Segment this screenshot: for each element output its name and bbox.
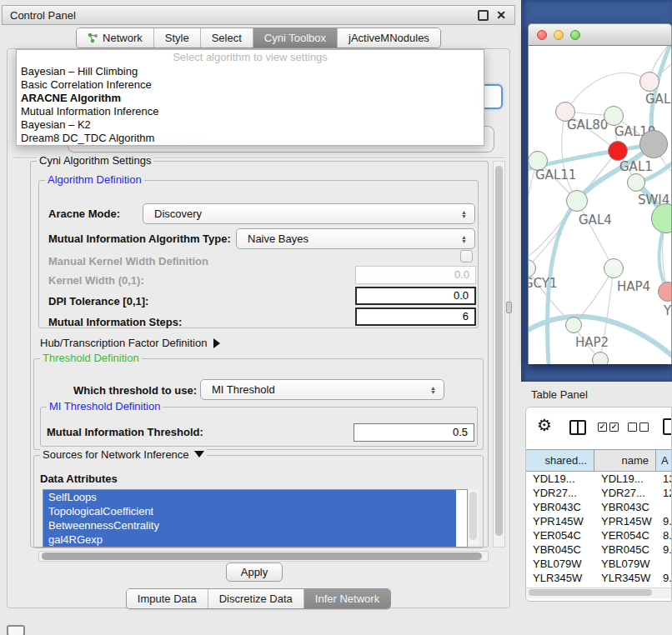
network-node-gal1[interactable] — [608, 141, 628, 161]
close-window-icon[interactable] — [537, 30, 547, 40]
which-threshold-label: Which threshold to use: — [73, 384, 197, 398]
expand-right-icon — [213, 338, 220, 348]
algorithm-option[interactable]: Dream8 DC_TDC Algorithm — [17, 132, 484, 145]
dpi-tolerance-label: DPI Tolerance [0,1]: — [48, 295, 148, 308]
table-panel: ⚙ ✓✓ shared... name A YDL19...YDL19...13… — [525, 407, 672, 602]
deselect-all-columns-icon[interactable] — [628, 422, 649, 432]
table-cell: YBR045C — [594, 542, 656, 557]
stepper-arrows-icon: ▲▼ — [461, 235, 467, 243]
dpi-tolerance-field[interactable]: 0.0 — [355, 287, 476, 305]
network-node[interactable] — [639, 130, 668, 158]
table-cell: YBR043C — [526, 500, 594, 514]
mi-steps-field[interactable]: 6 — [355, 308, 476, 326]
scrollbar-thumb[interactable] — [529, 589, 652, 596]
network-node-hap4[interactable] — [604, 258, 624, 278]
table-row[interactable]: YDL19...YDL19...13 — [526, 472, 672, 486]
table-cell: YDL19... — [526, 472, 594, 486]
attribute-item[interactable]: TopologicalCoefficient — [43, 504, 456, 518]
table-cell: YBR043C — [594, 500, 656, 514]
aracne-mode-combo[interactable]: Discovery ▲▼ — [143, 203, 475, 224]
scrollbar-thumb[interactable] — [42, 552, 482, 560]
sources-group: Sources for Network Inference Data Attri… — [33, 455, 484, 548]
network-node[interactable] — [592, 352, 609, 364]
algorithm-option[interactable]: Basic Correlation Inference — [17, 78, 484, 92]
network-window-titlebar[interactable] — [528, 23, 672, 46]
scrollbar-thumb[interactable] — [495, 166, 503, 536]
algorithm-option-selected[interactable]: ARACNE Algorithm — [17, 92, 484, 105]
attribute-item[interactable]: SelfLoops — [43, 490, 456, 504]
tab-jactivemnodules[interactable]: jActiveMNodules — [338, 28, 440, 48]
cyni-algorithm-settings-group: Cyni Algorithm Settings Algorithm Defini… — [30, 161, 489, 548]
table-cell: YBL079W — [526, 557, 594, 571]
table-cell: YBL079W — [594, 557, 656, 571]
which-threshold-combo[interactable]: MI Threshold ▲▼ — [200, 379, 444, 400]
manual-kernel-checkbox[interactable] — [460, 250, 473, 262]
mi-threshold-field[interactable]: 0.5 — [354, 423, 474, 442]
attributes-list-scrollbar[interactable] — [469, 490, 479, 545]
select-all-columns-icon[interactable]: ✓✓ — [598, 422, 619, 432]
sources-group-toggle[interactable]: Sources for Network Inference — [40, 448, 207, 462]
network-node-gal4[interactable] — [566, 190, 588, 212]
zoom-window-icon[interactable] — [570, 30, 580, 40]
float-panel-icon[interactable] — [478, 10, 489, 21]
table-cell: YPR145W — [526, 514, 594, 528]
data-attributes-list: SelfLoopsTopologicalCoefficientBetweenne… — [43, 489, 468, 548]
table-cell: YER054C — [526, 528, 594, 542]
table-cell: YDR27... — [526, 486, 594, 500]
document-icon[interactable] — [663, 418, 672, 435]
tab-infer-network[interactable]: Infer Network — [304, 589, 390, 608]
column-header-shared-name[interactable]: shared... — [526, 450, 594, 471]
algorithm-option[interactable]: Bayesian – Hill Climbing — [17, 65, 484, 78]
hub-definition-toggle[interactable]: Hub/Transcription Factor Definition — [40, 337, 220, 350]
close-panel-icon[interactable]: ✕ — [496, 9, 506, 21]
node-label: GCY1 — [528, 276, 558, 291]
panel-divider-grip[interactable] — [506, 302, 512, 313]
table-row[interactable]: YBL079WYBL079W — [526, 557, 672, 571]
tab-style[interactable]: Style — [154, 28, 201, 48]
minimize-window-icon[interactable] — [554, 30, 564, 40]
algorithm-option[interactable]: Bayesian – K2 — [17, 118, 484, 132]
tab-cyni-toolbox[interactable]: Cyni Toolbox — [253, 28, 338, 48]
network-node-gal[interactable] — [639, 72, 659, 92]
manual-kernel-label: Manual Kernel Width Definition — [48, 255, 208, 268]
popup-placeholder: Select algorithm to view settings — [17, 50, 484, 65]
tab-discretize-data[interactable]: Discretize Data — [208, 589, 304, 608]
gear-icon[interactable]: ⚙ — [537, 417, 552, 433]
table-row[interactable]: YER054CYER054C8. — [526, 528, 672, 542]
table-row[interactable]: YBR043CYBR043C — [526, 500, 672, 514]
attribute-item[interactable]: gal4RGexp — [43, 532, 456, 547]
network-node-hap2[interactable] — [565, 317, 582, 333]
mi-steps-label: Mutual Information Steps: — [48, 316, 182, 329]
settings-vertical-scrollbar[interactable] — [493, 161, 505, 548]
mi-algorithm-type-combo[interactable]: Naive Bayes ▲▼ — [236, 228, 475, 249]
mi-threshold-definition-title: MI Threshold Definition — [47, 400, 163, 413]
apply-button[interactable]: Apply — [226, 562, 283, 582]
network-node-gal10[interactable] — [604, 106, 624, 126]
column-header-name[interactable]: name — [594, 450, 656, 471]
tab-impute-data[interactable]: Impute Data — [127, 589, 208, 608]
attribute-item[interactable]: BetweennessCentrality — [43, 518, 456, 532]
network-canvas[interactable]: GALGAL80GAL10GAL1GAL11SWI4GAL4GCY1HAP4YH… — [528, 46, 672, 364]
settings-horizontal-scrollbar[interactable] — [38, 551, 489, 562]
kernel-width-label: Kernel Width (0,1): — [48, 274, 144, 288]
settings-group-title: Cyni Algorithm Settings — [37, 154, 153, 168]
table-row[interactable]: YPR145WYPR145W9. — [526, 514, 672, 528]
table-cell: YBR045C — [526, 542, 594, 557]
mi-threshold-definition-group: MI Threshold Definition Mutual Informati… — [40, 407, 478, 447]
scrollbar-thumb[interactable] — [469, 492, 477, 540]
tab-network[interactable]: Network — [77, 28, 154, 48]
network-node-y[interactable] — [658, 282, 672, 302]
table-row[interactable]: YDR27...YDR27...12 — [526, 486, 672, 500]
kernel-width-field[interactable]: 0.0 — [355, 266, 476, 284]
aracne-mode-label: Aracne Mode: — [48, 208, 120, 221]
network-node-swi4[interactable] — [627, 173, 645, 192]
table-row[interactable]: YLR345WYLR345W9. — [526, 571, 672, 585]
table-horizontal-scrollbar[interactable] — [526, 588, 671, 598]
minimized-panel-icon[interactable] — [7, 625, 25, 635]
table-cell: YLR345W — [594, 571, 656, 585]
split-view-icon[interactable] — [569, 420, 586, 435]
algorithm-option[interactable]: Mutual Information Inference — [17, 105, 484, 118]
table-row[interactable]: YBR045CYBR045C9. — [526, 542, 672, 557]
column-header-partial[interactable]: A — [656, 450, 672, 471]
tab-select[interactable]: Select — [201, 28, 253, 48]
